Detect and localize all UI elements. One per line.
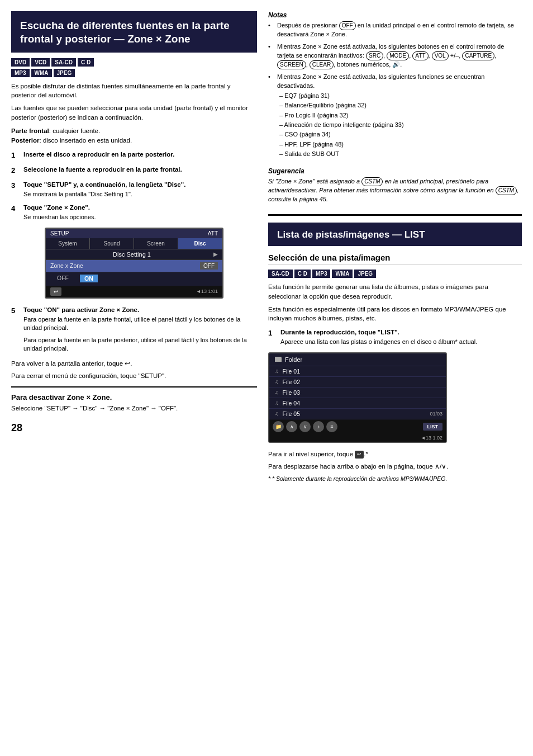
notes-list: • Después de presionar OFF en la unidad …: [268, 21, 522, 159]
list-file-4: ♫ File 04: [269, 398, 446, 409]
list-badge-row: SA-CD C D MP3 WMA JPEG: [268, 270, 522, 278]
ctrl-eq-btn[interactable]: ≡: [326, 421, 337, 432]
step-1: 1 Inserte el disco a reproducir en la pa…: [11, 150, 257, 160]
badge-jpeg: JPEG: [54, 69, 75, 77]
badge-vcd: VCD: [31, 58, 50, 67]
steps-list: 1 Inserte el disco a reproducir en la pa…: [11, 150, 257, 222]
notes-title: Notas: [268, 11, 522, 19]
music-icon-2: ♫: [275, 379, 279, 385]
back-icon: ↩: [355, 451, 364, 459]
step-5-list: 5 Toque "ON" para activar Zone × Zone. P…: [11, 305, 257, 353]
list-screen-bottom: ◄13 1:02: [269, 434, 446, 442]
screen-subtitle-row: Disc Setting 1 ▶: [46, 249, 222, 260]
list-step-1: 1 Durante la reproducción, toque "LIST".…: [268, 328, 522, 346]
list-badge-mp3: MP3: [312, 270, 331, 278]
screen-bottom: ↩ ◄13 1:01: [46, 286, 222, 297]
list-screen: Folder ♫ File 01 ♫ File 02 ♫ File 03 ♫ F…: [268, 352, 447, 443]
screen-tab-screen[interactable]: Screen: [134, 238, 178, 249]
intro-text-1: Es posible disfrutar de distintas fuente…: [11, 82, 257, 122]
disabled-item-1: – EQ7 (página 31): [279, 92, 522, 100]
list-footer: Para ir al nivel superior, toque ↩.* Par…: [268, 450, 522, 484]
music-icon-1: ♫: [275, 368, 279, 374]
screen-tab-sound[interactable]: Sound: [90, 238, 134, 249]
screen-top-bar: SETUP ATT: [46, 229, 222, 238]
list-button[interactable]: LIST: [423, 423, 443, 431]
disabled-item-6: – HPF, LPF (página 48): [279, 140, 522, 149]
ctrl-folder-btn[interactable]: 📁: [273, 421, 284, 432]
note-item-1: • Después de presionar OFF en la unidad …: [268, 21, 522, 39]
list-screen-controls: 📁 ∧ ∨ ♪ ≡ LIST: [269, 419, 446, 434]
notes-section: Notas • Después de presionar OFF en la u…: [268, 11, 522, 159]
step-4: 4 Toque "Zone × Zone". Se muestran las o…: [11, 203, 257, 221]
list-file-3: ♫ File 03: [269, 388, 446, 398]
note-item-2: • Mientras Zone × Zone está activada, lo…: [268, 42, 522, 69]
left-header-box: Escucha de diferentes fuentes en la part…: [11, 11, 257, 53]
folder-label: Folder: [285, 356, 302, 363]
disabled-item-3: – Pro Logic II (página 32): [279, 111, 522, 120]
parte-frontal-text: Parte frontal: cualquier fuente. Posteri…: [11, 126, 257, 145]
screen-simulation: SETUP ATT System Sound Screen Disc Disc …: [11, 228, 257, 299]
badge-sacd: SA-CD: [51, 58, 76, 67]
list-file-1: ♫ File 01: [269, 366, 446, 377]
music-icon-5: ♫: [275, 410, 279, 417]
desactivar-section: Para desactivar Zone × Zone. Seleccione …: [11, 393, 257, 413]
disabled-item-5: – CSO (página 34): [279, 130, 522, 139]
badge-dvd: DVD: [11, 58, 30, 67]
sugerencia-text: Si "Zone × Zone" está asignado a CSTM en…: [268, 177, 522, 204]
disabled-item-2: – Balance/Equilibrio (página 32): [279, 101, 522, 110]
badge-wma: WMA: [31, 69, 52, 77]
disabled-item-7: – Salida de SUB OUT: [279, 150, 522, 158]
ctrl-music-btn[interactable]: ♪: [313, 421, 324, 432]
disabled-functions-list: – EQ7 (página 31) – Balance/Equilibrio (…: [277, 92, 522, 159]
list-section-title: Lista de pistas/imágenes — LIST: [277, 229, 513, 240]
screen-display: SETUP ATT System Sound Screen Disc Disc …: [45, 228, 223, 299]
list-folder-item: Folder: [269, 353, 446, 366]
sugerencia-section: Sugerencia Si "Zone × Zone" está asignad…: [268, 167, 522, 204]
note-item-3: • Mientras Zone × Zone está activada, la…: [268, 73, 522, 160]
list-section-header: Lista de pistas/imágenes — LIST: [268, 223, 522, 246]
list-body-1: Esta función le permite generar una list…: [268, 282, 522, 323]
screen-zone-row: Zone x Zone OFF: [46, 260, 222, 272]
ctrl-down-btn[interactable]: ∨: [299, 421, 311, 432]
list-badge-sacd: SA-CD: [268, 270, 293, 278]
list-file-2: ♫ File 02: [269, 377, 446, 388]
divider-1: [11, 386, 257, 388]
badge-row-1: DVD VCD SA-CD C D: [11, 58, 257, 67]
ctrl-up-btn[interactable]: ∧: [286, 421, 297, 432]
screen-tab-disc[interactable]: Disc: [178, 238, 222, 249]
step-3: 3 Toque "SETUP" y, a continuación, la le…: [11, 180, 257, 199]
disabled-item-4: – Alineación de tiempo inteligente (pági…: [279, 121, 522, 129]
list-steps: 1 Durante la reproducción, toque "LIST".…: [268, 328, 522, 346]
track-count: 01/03: [430, 411, 442, 417]
page-number: 28: [11, 422, 257, 434]
screen-tab-system[interactable]: System: [46, 238, 90, 249]
music-icon-4: ♫: [275, 400, 279, 406]
screen-choices: OFF ON: [46, 272, 222, 286]
step-2: 2 Seleccione la fuente a reproducir en l…: [11, 165, 257, 176]
left-title: Escucha de diferentes fuentes en la part…: [20, 19, 248, 46]
sugerencia-title: Sugerencia: [268, 167, 522, 175]
music-icon-3: ♫: [275, 389, 279, 395]
list-file-5: ♫ File 05 01/03: [269, 409, 446, 419]
screen-tabs: System Sound Screen Disc: [46, 238, 222, 249]
list-badge-wma: WMA: [332, 270, 353, 278]
badge-mp3: MP3: [11, 69, 30, 77]
badge-cd: C D: [78, 58, 94, 67]
footer-nav-text: Para volver a la pantalla anterior, toqu…: [11, 359, 257, 381]
list-badge-cd: C D: [294, 270, 311, 278]
badge-row-2: MP3 WMA JPEG: [11, 69, 257, 77]
list-badge-jpeg: JPEG: [354, 270, 376, 278]
step-5: 5 Toque "ON" para activar Zone × Zone. P…: [11, 305, 257, 353]
seleccion-heading: Selección de una pista/imagen: [268, 253, 522, 265]
thick-divider: [268, 214, 522, 216]
